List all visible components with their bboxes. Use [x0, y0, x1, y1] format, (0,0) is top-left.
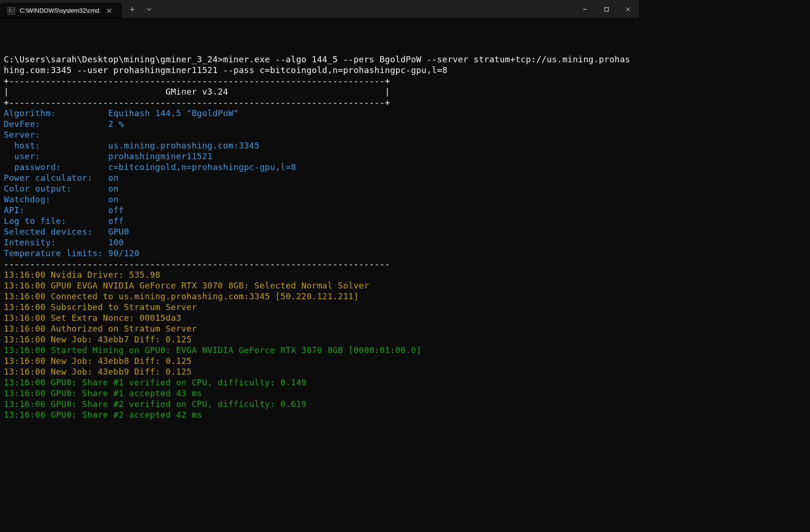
output-line: C:\Users\sarah\Desktop\mining\gminer_3_2…: [4, 54, 635, 75]
info-value: GPU0: [108, 227, 129, 236]
info-value: us.mining.prohashing.com:3345: [108, 140, 260, 150]
output-line: Watchdog: on: [4, 194, 635, 205]
output-line: API: off: [4, 205, 635, 215]
output-line: Power calculator: on: [4, 172, 635, 183]
info-value: prohashingminer11521: [108, 151, 213, 161]
info-label: Selected devices:: [4, 227, 108, 236]
output-line: 13:16:00 Subscribed to Stratum Server: [4, 302, 635, 312]
output-line: 13:16:06 GPU0: Share #2 accepted 42 ms: [4, 409, 635, 420]
info-value: on: [108, 184, 119, 193]
output-line: Color output: on: [4, 183, 635, 194]
close-button[interactable]: [617, 0, 639, 18]
output-line: Algorithm: Equihash 144,5 "BgoldPoW": [4, 108, 635, 118]
log-line: 13:16:00 New Job: 43ebb8 Diff: 0.125: [4, 356, 192, 366]
info-value: off: [108, 205, 124, 215]
output-line: [4, 43, 635, 54]
info-label: Temperature limits:: [4, 248, 108, 258]
info-label: Intensity:: [4, 237, 108, 247]
log-line: 13:16:06 GPU0: Share #2 accepted 42 ms: [4, 410, 202, 420]
info-value: c=bitcoingold,n=prohashingpc-gpu,l=8: [108, 162, 296, 172]
window-controls: [574, 0, 639, 18]
log-line: 13:16:00 Started Mining on GPU0: EVGA NV…: [4, 345, 421, 355]
cmd-icon: C:\: [8, 7, 15, 15]
output-line: 13:16:00 New Job: 43ebb9 Diff: 0.125: [4, 366, 635, 377]
info-label: host:: [4, 140, 108, 150]
info-label: Log to file:: [4, 216, 108, 226]
output-line: 13:16:00 Connected to us.mining.prohashi…: [4, 291, 635, 302]
output-line: host: us.mining.prohashing.com:3345: [4, 140, 635, 151]
titlebar: C:\ C:\WINDOWS\system32\cmd.: [0, 0, 639, 19]
log-line: 13:16:06 GPU0: Share #2 verified on CPU,…: [4, 399, 307, 409]
output-line: 13:16:00 New Job: 43ebb8 Diff: 0.125: [4, 355, 635, 366]
info-value: 100: [108, 237, 124, 247]
output-line: +---------------------------------------…: [4, 97, 635, 108]
output-line: 13:16:00 GPU0: Share #1 accepted 43 ms: [4, 388, 635, 399]
output-line: Temperature limits: 90/120: [4, 248, 635, 259]
info-label: Algorithm:: [4, 108, 108, 118]
output-line: Server:: [4, 129, 635, 140]
output-line: 13:16:00 Set Extra Nonce: 00015da3: [4, 312, 635, 323]
tab-title: C:\WINDOWS\system32\cmd.: [20, 7, 101, 14]
info-label: Watchdog:: [4, 194, 108, 204]
output-line: 13:16:00 GPU0 EVGA NVIDIA GeForce RTX 30…: [4, 280, 635, 291]
output-line: +---------------------------------------…: [4, 75, 635, 86]
maximize-button[interactable]: [596, 0, 617, 18]
output-line: DevFee: 2 %: [4, 118, 635, 129]
info-value: 2 %: [108, 119, 124, 129]
tab-actions: [122, 0, 158, 18]
output-line: ----------------------------------------…: [4, 259, 635, 269]
terminal-window: C:\ C:\WINDOWS\system32\cmd.: [0, 0, 639, 420]
output-line: 13:16:00 New Job: 43ebb7 Diff: 0.125: [4, 334, 635, 345]
banner-border: +---------------------------------------…: [4, 76, 390, 86]
banner-title: | GMiner v3.24 |: [4, 87, 390, 96]
info-value: on: [108, 194, 119, 204]
titlebar-drag-region[interactable]: [158, 0, 574, 18]
output-line: 13:16:00 GPU0: Share #1 verified on CPU,…: [4, 377, 635, 388]
info-label: API:: [4, 205, 108, 215]
log-line: 13:16:00 Authorized on Stratum Server: [4, 324, 197, 333]
info-label: Color output:: [4, 184, 108, 193]
log-line: 13:16:00 New Job: 43ebb7 Diff: 0.125: [4, 334, 192, 344]
svg-text:C:\: C:\: [9, 8, 15, 13]
output-line: password: c=bitcoingold,n=prohashingpc-g…: [4, 162, 635, 172]
log-line: 13:16:00 Set Extra Nonce: 00015da3: [4, 313, 181, 323]
log-line: 13:16:00 GPU0 EVGA NVIDIA GeForce RTX 30…: [4, 281, 369, 290]
info-label: Server:: [4, 130, 40, 140]
terminal-output[interactable]: C:\Users\sarah\Desktop\mining\gminer_3_2…: [0, 19, 639, 420]
divider: ----------------------------------------…: [4, 259, 390, 269]
tab-dropdown-button[interactable]: [141, 0, 158, 18]
output-line: user: prohashingminer11521: [4, 151, 635, 162]
info-label: DevFee:: [4, 119, 108, 129]
output-line: 13:16:00 Nvidia Driver: 535.98: [4, 269, 635, 280]
banner-border: +---------------------------------------…: [4, 97, 390, 107]
log-line: 13:16:00 GPU0: Share #1 verified on CPU,…: [4, 377, 307, 387]
log-line: 13:16:00 New Job: 43ebb9 Diff: 0.125: [4, 367, 192, 377]
info-label: password:: [4, 162, 108, 172]
prompt-path: C:\Users\sarah\Desktop\mining\gminer_3_2…: [4, 54, 223, 64]
output-line: 13:16:06 GPU0: Share #2 verified on CPU,…: [4, 399, 635, 409]
info-label: user:: [4, 151, 108, 161]
log-line: 13:16:00 GPU0: Share #1 accepted 43 ms: [4, 388, 202, 398]
tab-close-button[interactable]: [105, 7, 113, 15]
info-value: on: [108, 173, 119, 183]
log-line: 13:16:00 Connected to us.mining.prohashi…: [4, 291, 359, 301]
info-label: Power calculator:: [4, 173, 108, 183]
minimize-button[interactable]: [574, 0, 596, 18]
log-line: 13:16:00 Subscribed to Stratum Server: [4, 302, 197, 312]
active-tab[interactable]: C:\ C:\WINDOWS\system32\cmd.: [0, 3, 122, 18]
info-value: Equihash 144,5 "BgoldPoW": [108, 108, 239, 118]
log-line: 13:16:00 Nvidia Driver: 535.98: [4, 270, 160, 280]
output-line: Intensity: 100: [4, 237, 635, 248]
new-tab-button[interactable]: [124, 0, 141, 18]
svg-rect-2: [605, 7, 608, 11]
output-line: | GMiner v3.24 |: [4, 86, 635, 97]
info-value: off: [108, 216, 124, 226]
info-value: 90/120: [108, 248, 140, 258]
output-line: 13:16:00 Started Mining on GPU0: EVGA NV…: [4, 345, 635, 355]
output-line: Log to file: off: [4, 215, 635, 226]
output-line: 13:16:00 Authorized on Stratum Server: [4, 323, 635, 334]
output-line: Selected devices: GPU0: [4, 226, 635, 237]
